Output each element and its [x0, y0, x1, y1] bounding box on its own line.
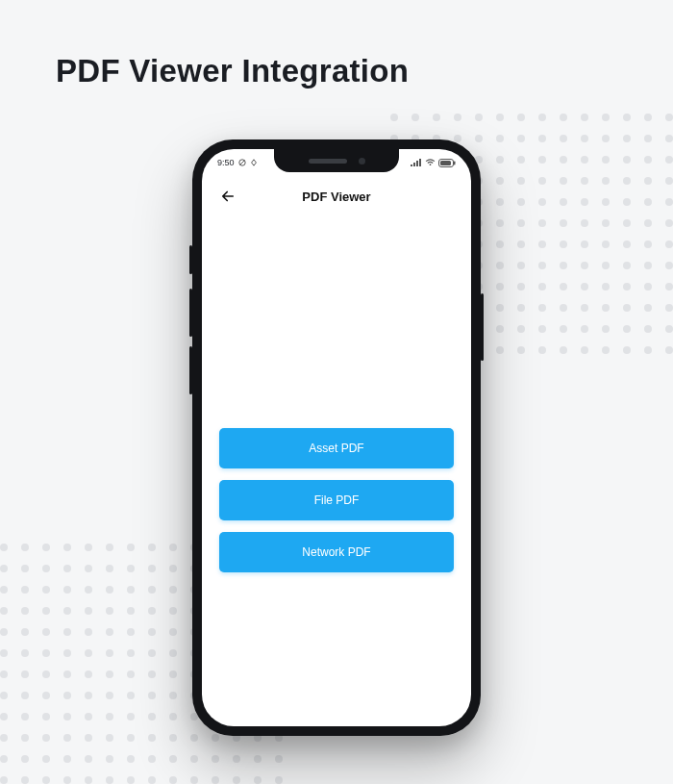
- phone-screen: 9:50 PDF Viewer Asset PDF File PDF Netwo…: [202, 149, 471, 726]
- svg-rect-4: [416, 161, 418, 166]
- file-pdf-button[interactable]: File PDF: [219, 480, 454, 520]
- asset-pdf-button[interactable]: Asset PDF: [219, 428, 454, 468]
- phone-side-button: [189, 245, 192, 274]
- phone-notch: [274, 149, 399, 172]
- svg-rect-8: [454, 161, 456, 164]
- status-misc-icon: [250, 159, 258, 166]
- phone-side-button: [189, 346, 192, 394]
- network-pdf-button[interactable]: Network PDF: [219, 532, 454, 572]
- signal-icon: [411, 159, 422, 166]
- arrow-left-icon: [219, 188, 237, 205]
- app-title: PDF Viewer: [302, 190, 370, 204]
- status-time: 9:50: [217, 158, 235, 167]
- speaker-slot: [309, 159, 347, 164]
- wifi-icon: [425, 159, 436, 166]
- back-button[interactable]: [215, 184, 240, 209]
- button-group: Asset PDF File PDF Network PDF: [219, 428, 454, 572]
- phone-frame: 9:50 PDF Viewer Asset PDF File PDF Netwo…: [192, 139, 481, 736]
- svg-point-6: [430, 164, 432, 165]
- svg-rect-9: [440, 161, 451, 165]
- status-misc-icon: [238, 159, 246, 166]
- page-title: PDF Viewer Integration: [56, 53, 409, 89]
- app-bar: PDF Viewer: [202, 176, 471, 216]
- front-camera: [359, 158, 365, 164]
- svg-rect-2: [411, 164, 412, 166]
- phone-side-button: [189, 289, 192, 337]
- phone-side-button: [481, 293, 484, 361]
- svg-line-1: [239, 161, 244, 165]
- svg-rect-3: [413, 163, 415, 166]
- svg-rect-5: [419, 159, 421, 166]
- battery-icon: [438, 159, 456, 167]
